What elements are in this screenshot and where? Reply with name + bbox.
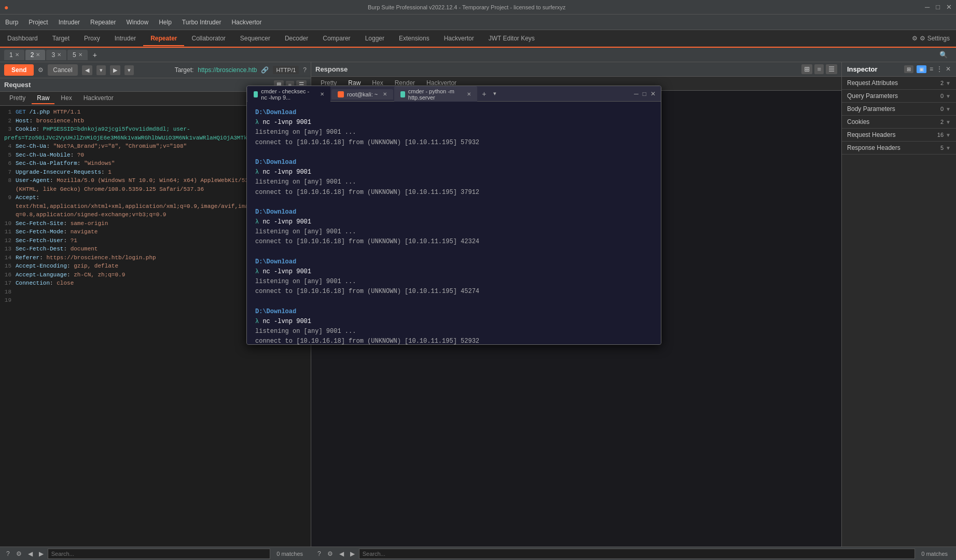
res-search-prev-icon[interactable]: ◀: [337, 549, 346, 558]
terminal-tab-close-1[interactable]: ✕: [320, 91, 324, 97]
inspector-row-req-attrs[interactable]: Request Attributes 2 ▼: [842, 77, 956, 89]
tab-extensions[interactable]: Extensions: [392, 32, 437, 46]
tab-target[interactable]: Target: [45, 32, 77, 46]
terminal-close-btn[interactable]: ✕: [650, 90, 656, 97]
terminal-tab-close-2[interactable]: ✕: [383, 91, 387, 97]
repeater-tab-1[interactable]: 1 ✕: [4, 50, 24, 60]
response-header: Response ⊞ ≡ ☰: [311, 62, 841, 77]
menu-repeater[interactable]: Repeater: [85, 17, 121, 28]
terminal-content: D:\Download λ nc -lvnp 9001 listening on…: [247, 102, 661, 344]
res-search-help-icon[interactable]: ?: [315, 549, 323, 558]
res-view-list-icon[interactable]: ≡: [814, 64, 824, 74]
menu-project[interactable]: Project: [23, 17, 53, 28]
terminal-tab-label-2: root@kali: ~: [347, 91, 378, 97]
close-button[interactable]: ✕: [946, 3, 952, 11]
inspector-icon-4[interactable]: ⋮: [936, 65, 943, 73]
settings-icon[interactable]: ⚙: [38, 66, 44, 74]
response-search-input[interactable]: [359, 549, 916, 559]
req-search-settings-icon[interactable]: ⚙: [14, 549, 24, 558]
menu-window[interactable]: Window: [121, 17, 154, 28]
terminal-tab-root[interactable]: root@kali: ~ ✕: [331, 89, 393, 100]
req-tab-hex[interactable]: Hex: [56, 93, 77, 104]
menu-help[interactable]: Help: [154, 17, 177, 28]
inspector-controls: ⊞ ▣ ≡ ⋮ ✕: [904, 65, 951, 73]
tab-logger[interactable]: Logger: [358, 32, 392, 46]
prev-button[interactable]: ◀: [82, 65, 92, 75]
terminal-tab-close-3[interactable]: ✕: [467, 91, 471, 97]
res-search-settings-icon[interactable]: ⚙: [325, 549, 335, 558]
title-bar-title: Burp Suite Professional v2022.12.4 - Tem…: [8, 4, 924, 10]
minimize-button[interactable]: ─: [925, 3, 930, 11]
target-bar: Target: https://broscience.htb 🔗 HTTP/1 …: [175, 66, 307, 74]
terminal-add-tab[interactable]: +: [478, 88, 490, 100]
request-search-input[interactable]: [48, 549, 271, 559]
req-search-prev-icon[interactable]: ◀: [26, 549, 35, 558]
res-view-grid-icon[interactable]: ⊞: [801, 64, 812, 74]
help-icon[interactable]: ?: [303, 66, 307, 74]
tab-collaborator[interactable]: Collaborator: [184, 32, 232, 46]
tab-intruder[interactable]: Intruder: [107, 32, 143, 46]
req-tab-pretty[interactable]: Pretty: [4, 93, 31, 104]
cancel-button[interactable]: Cancel: [48, 64, 77, 76]
close-tab-3[interactable]: ✕: [57, 52, 61, 58]
inspector-icon-2[interactable]: ▣: [917, 65, 926, 73]
title-bar-controls: ─ □ ✕: [925, 3, 952, 11]
tab-proxy[interactable]: Proxy: [77, 32, 107, 46]
tab-comparer[interactable]: Comparer: [315, 32, 357, 46]
close-tab-2[interactable]: ✕: [36, 52, 40, 58]
tab-dashboard[interactable]: Dashboard: [0, 32, 45, 46]
res-search-next-icon[interactable]: ▶: [348, 549, 357, 558]
res-view-cols-icon[interactable]: ☰: [826, 64, 837, 74]
inspector-row-res-headers[interactable]: Response Headers 5 ▼: [842, 142, 956, 154]
next-button[interactable]: ▶: [110, 65, 120, 75]
target-url: https://broscience.htb: [198, 66, 257, 74]
add-tab-button[interactable]: +: [89, 49, 101, 61]
terminal-block-5: D:\Download λ nc -lvnp 9001 listening on…: [255, 307, 653, 344]
target-link-icon[interactable]: 🔗: [261, 66, 269, 74]
inspector-row-cookies[interactable]: Cookies 2 ▼: [842, 116, 956, 128]
tab-search-icon[interactable]: 🔍: [935, 49, 952, 60]
burp-logo: ●: [4, 3, 8, 11]
req-search-next-icon[interactable]: ▶: [37, 549, 46, 558]
tab-jwt-editor[interactable]: JWT Editor Keys: [481, 32, 542, 46]
inspector-section-query-params: Query Parameters 0 ▼: [842, 90, 956, 103]
close-tab-1[interactable]: ✕: [15, 52, 19, 58]
repeater-tab-2[interactable]: 2 ✕: [25, 50, 46, 60]
terminal-tab-python[interactable]: cmder - python -m http.server ✕: [394, 86, 477, 103]
terminal-tab-label-3: cmder - python -m http.server: [408, 88, 462, 101]
menu-burp[interactable]: Burp: [0, 17, 23, 28]
terminal-block-1: D:\Download λ nc -lvnp 9001 listening on…: [255, 108, 653, 148]
repeater-tab-3[interactable]: 3 ✕: [46, 50, 66, 60]
close-tab-5[interactable]: ✕: [78, 52, 82, 58]
send-button[interactable]: Send: [4, 64, 34, 76]
title-bar-left: ●: [4, 3, 8, 11]
menu-hackvertor[interactable]: Hackvertor: [226, 17, 267, 28]
inspector-row-body-params[interactable]: Body Parameters 0 ▼: [842, 103, 956, 115]
terminal-minimize-btn[interactable]: ─: [634, 90, 639, 97]
inspector-icon-1[interactable]: ⊞: [904, 65, 913, 73]
chevron-req-headers: ▼: [946, 132, 951, 138]
terminal-tab-dropdown[interactable]: ▾: [490, 90, 500, 97]
settings-button[interactable]: ⚙ ⚙ Settings: [906, 32, 956, 45]
terminal-tab-checksec[interactable]: cmder - checksec -nc -lvnp 9... ✕: [247, 86, 330, 103]
req-tab-hackvertor[interactable]: Hackvertor: [78, 93, 119, 104]
req-tab-raw[interactable]: Raw: [32, 93, 54, 104]
inspector-close-icon[interactable]: ✕: [946, 65, 951, 73]
tab-hackvertor[interactable]: Hackvertor: [437, 32, 481, 46]
tab-sequencer[interactable]: Sequencer: [233, 32, 278, 46]
req-search-help-icon[interactable]: ?: [4, 549, 12, 558]
terminal-maximize-btn[interactable]: □: [643, 90, 646, 97]
inspector-row-req-headers[interactable]: Request Headers 16 ▼: [842, 129, 956, 141]
http-version-badge[interactable]: HTTP/1: [273, 66, 299, 74]
inspector-row-query-params[interactable]: Query Parameters 0 ▼: [842, 90, 956, 102]
next-dropdown-btn[interactable]: ▾: [124, 65, 134, 75]
target-label: Target:: [175, 66, 194, 74]
inspector-icon-3[interactable]: ≡: [930, 65, 933, 73]
tab-decoder[interactable]: Decoder: [278, 32, 315, 46]
menu-intruder[interactable]: Intruder: [53, 17, 85, 28]
nav-dropdown-btn[interactable]: ▾: [96, 65, 106, 75]
repeater-tab-5[interactable]: 5 ✕: [67, 50, 88, 60]
maximize-button[interactable]: □: [936, 3, 940, 11]
menu-turbo-intruder[interactable]: Turbo Intruder: [177, 17, 227, 28]
tab-repeater[interactable]: Repeater: [143, 32, 184, 46]
